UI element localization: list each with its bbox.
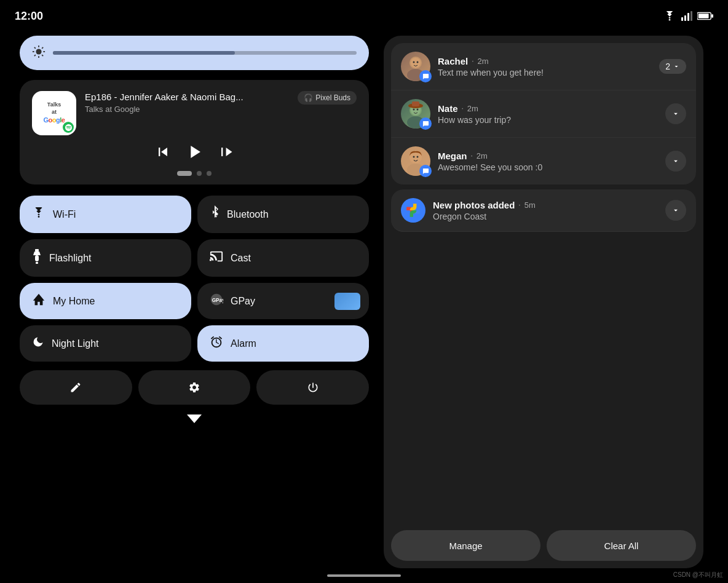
status-time: 12:00	[15, 10, 43, 23]
google-photos-icon	[401, 198, 425, 223]
show-name: Talks at Google	[85, 105, 289, 114]
svg-rect-33	[412, 101, 419, 106]
dot-1	[177, 171, 192, 176]
power-button[interactable]	[256, 370, 369, 405]
notification-rachel: Rachel · 2m Text me when you get here! 2	[391, 43, 696, 90]
gpay-tile-icon: GPay	[210, 293, 223, 309]
home-indicator[interactable]	[327, 574, 401, 577]
nate-message: How was your trip?	[438, 115, 658, 125]
settings-button[interactable]	[138, 370, 251, 405]
tile-cast[interactable]: Cast	[197, 239, 369, 277]
megan-time: 2m	[477, 151, 488, 161]
svg-point-31	[417, 109, 419, 111]
dot-3	[207, 171, 212, 176]
svg-point-0	[669, 19, 671, 21]
manage-button[interactable]: Manage	[391, 530, 540, 561]
rewind-button[interactable]	[154, 143, 172, 164]
svg-text:GPay: GPay	[212, 298, 223, 303]
clear-all-button[interactable]: Clear All	[547, 530, 696, 561]
svg-rect-4	[690, 11, 692, 21]
svg-rect-3	[687, 13, 689, 21]
svg-point-30	[413, 109, 415, 111]
rachel-time: 2m	[478, 57, 489, 66]
notification-actions: Manage Clear All	[391, 528, 696, 561]
notification-photos: New photos added · 5m Oregon Coast	[391, 189, 696, 232]
play-button[interactable]	[184, 141, 205, 166]
rachel-avatar-wrap	[401, 52, 430, 81]
notification-nate: Nate · 2m How was your trip?	[391, 90, 696, 138]
wifi-tile-label: Wi-Fi	[53, 209, 76, 220]
svg-rect-18	[35, 249, 39, 252]
tile-wifi[interactable]: Wi-Fi	[20, 196, 191, 233]
tile-alarm[interactable]: Alarm	[197, 325, 369, 362]
svg-line-15	[34, 55, 36, 56]
dot-2	[197, 171, 202, 176]
moon-tile-icon	[32, 336, 44, 351]
megan-name: Megan	[438, 151, 467, 161]
cast-tile-icon	[210, 251, 223, 265]
svg-rect-2	[684, 15, 686, 21]
tile-gpay[interactable]: GPay GPay	[197, 283, 369, 319]
nate-expand-button[interactable]	[665, 103, 686, 124]
gpay-tile-label: GPay	[231, 296, 255, 307]
wifi-icon	[663, 11, 676, 21]
episode-title: Ep186 - Jennifer Aaker & Naomi Bag...	[85, 91, 289, 103]
svg-point-17	[38, 216, 40, 218]
alarm-tile-label: Alarm	[231, 338, 256, 349]
headphones-icon: 🎧	[304, 93, 313, 102]
rachel-notif-content: Rachel · 2m Text me when you get here!	[438, 56, 652, 77]
media-controls	[32, 141, 357, 166]
bluetooth-tile-label: Bluetooth	[227, 209, 269, 220]
svg-rect-1	[681, 17, 683, 21]
podcast-artwork: Talksat Google	[32, 91, 76, 135]
media-info: Ep186 - Jennifer Aaker & Naomi Bag... Ta…	[85, 91, 289, 114]
photos-title: New photos added	[433, 200, 515, 210]
svg-rect-19	[35, 255, 39, 261]
svg-line-12	[42, 55, 43, 56]
megan-notif-content: Megan · 2m Awesome! See you soon :0	[438, 151, 658, 172]
spotify-badge	[63, 122, 74, 133]
photos-expand-button[interactable]	[665, 200, 686, 221]
tile-night-light[interactable]: Night Light	[20, 325, 191, 362]
expand-chevron[interactable]	[20, 413, 369, 426]
megan-message-badge	[419, 165, 432, 177]
message-app-badge	[419, 70, 432, 82]
brightness-icon	[32, 45, 46, 61]
megan-expand-button[interactable]	[665, 151, 686, 172]
bottom-actions	[20, 370, 369, 405]
signal-icon	[681, 11, 692, 21]
notification-megan: Megan · 2m Awesome! See you soon :0	[391, 138, 696, 184]
svg-point-37	[417, 156, 419, 158]
brightness-slider[interactable]	[20, 36, 369, 70]
media-page-dots	[32, 171, 357, 176]
quick-tiles-grid: Wi-Fi Bluetooth Flashlight	[20, 196, 369, 362]
rachel-message: Text me when you get here!	[438, 68, 652, 77]
status-bar: 12:00	[0, 0, 728, 32]
brightness-track[interactable]	[53, 51, 357, 55]
nate-avatar-wrap	[401, 99, 430, 129]
output-device-badge[interactable]: 🎧 Pixel Buds	[298, 91, 357, 105]
night-light-tile-label: Night Light	[52, 338, 99, 349]
brightness-fill	[53, 51, 235, 55]
forward-button[interactable]	[217, 143, 234, 164]
my-home-tile-label: My Home	[53, 296, 95, 307]
nate-message-badge	[419, 117, 432, 130]
tile-flashlight[interactable]: Flashlight	[20, 239, 191, 277]
navigation-bar	[0, 568, 728, 583]
photos-notif-content: New photos added · 5m Oregon Coast	[433, 200, 658, 221]
rachel-name: Rachel	[438, 56, 468, 66]
edit-button[interactable]	[20, 370, 132, 405]
rachel-count-badge[interactable]: 2	[659, 59, 686, 74]
nate-name: Nate	[438, 103, 458, 114]
home-tile-icon	[32, 293, 46, 309]
notifications-panel: Rachel · 2m Text me when you get here! 2	[384, 36, 703, 568]
svg-rect-7	[711, 14, 713, 18]
photos-message: Oregon Coast	[433, 212, 658, 221]
tile-my-home[interactable]: My Home	[20, 283, 191, 319]
rachel-count: 2	[665, 61, 670, 71]
tile-bluetooth[interactable]: Bluetooth	[197, 196, 369, 233]
watermark: CSDN @不叫月虹	[673, 571, 723, 579]
megan-message: Awesome! See you soon :0	[438, 162, 658, 172]
svg-line-11	[34, 47, 36, 48]
left-panel: Talksat Google Ep186 - Jennifer Aaker & …	[20, 36, 369, 568]
